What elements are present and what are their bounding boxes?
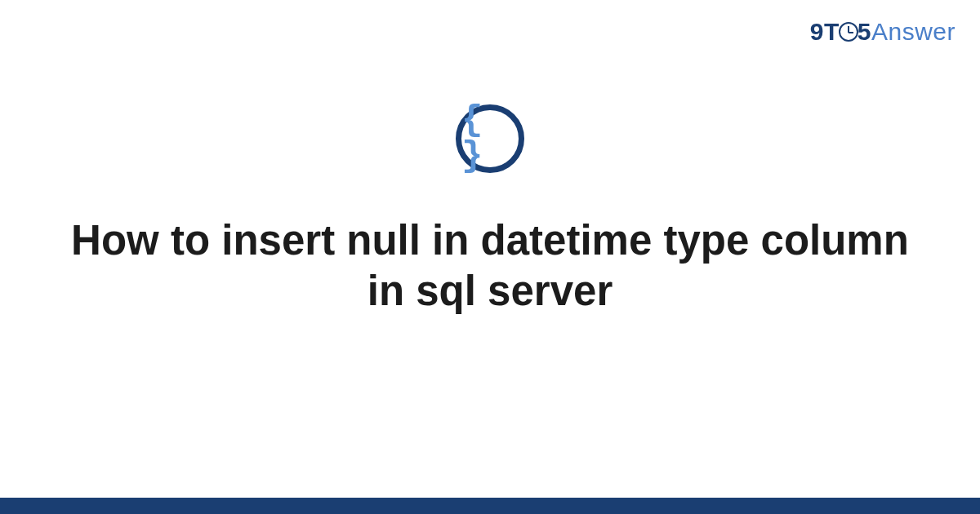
clock-icon [839,22,858,42]
page-title: How to insert null in datetime type colu… [0,215,980,317]
site-logo: 9T5Answer [810,18,956,46]
footer-bar [0,498,980,514]
braces-glyph: { } [461,102,519,174]
logo-five: 5 [858,18,871,45]
logo-nine: 9 [810,18,824,45]
logo-t: T [824,18,840,45]
logo-answer: Answer [871,18,956,45]
code-braces-icon: { } [456,104,524,173]
